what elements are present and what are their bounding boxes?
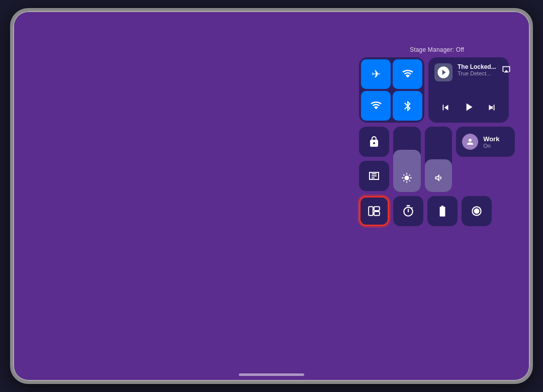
row-2: Work On bbox=[359, 127, 515, 192]
focus-tile[interactable]: Work On bbox=[456, 127, 515, 157]
tablet-frame: Stage Manager: Off ✈ bbox=[10, 8, 533, 384]
timer-button[interactable] bbox=[393, 196, 423, 226]
hotspot-icon bbox=[402, 68, 414, 80]
np-subtitle: True Detect... bbox=[458, 70, 496, 76]
now-playing-text: The Locked... True Detect... bbox=[458, 63, 496, 76]
bluetooth-icon bbox=[402, 100, 414, 112]
stage-manager-button[interactable] bbox=[359, 196, 389, 226]
podcast-artwork bbox=[434, 63, 452, 81]
row-1: ✈ bbox=[359, 57, 515, 123]
home-indicator bbox=[239, 373, 304, 376]
np-title: The Locked... bbox=[458, 63, 496, 70]
control-center: Stage Manager: Off ✈ bbox=[359, 46, 515, 226]
airplay-icon bbox=[501, 63, 511, 76]
forward-button[interactable] bbox=[486, 102, 497, 116]
side-button[interactable] bbox=[10, 186, 11, 206]
wifi-button[interactable] bbox=[361, 91, 391, 121]
focus-status: On bbox=[483, 143, 499, 149]
focus-name: Work bbox=[483, 135, 499, 143]
wifi-icon bbox=[370, 100, 382, 112]
focus-avatar bbox=[462, 134, 478, 150]
stage-manager-status: Stage Manager: Off bbox=[359, 46, 515, 53]
control-center-grid: ✈ bbox=[359, 57, 515, 226]
svg-rect-2 bbox=[374, 212, 380, 216]
battery-button[interactable] bbox=[427, 196, 458, 226]
airplane-icon: ✈ bbox=[372, 68, 381, 81]
connectivity-block[interactable]: ✈ bbox=[359, 57, 424, 123]
screen-mirror-button[interactable] bbox=[359, 161, 389, 191]
hotspot-button[interactable] bbox=[393, 59, 422, 89]
now-playing-controls bbox=[434, 101, 503, 117]
volume-icon bbox=[433, 172, 444, 186]
airplane-mode-button[interactable]: ✈ bbox=[361, 59, 391, 89]
brightness-slider[interactable] bbox=[393, 127, 421, 192]
svg-rect-0 bbox=[369, 207, 373, 215]
svg-point-4 bbox=[474, 209, 480, 214]
now-playing-tile[interactable]: The Locked... True Detect... bbox=[428, 57, 509, 123]
row-3 bbox=[359, 196, 515, 226]
bluetooth-button[interactable] bbox=[393, 91, 422, 121]
now-playing-top: The Locked... True Detect... bbox=[434, 63, 503, 81]
focus-text: Work On bbox=[483, 135, 499, 149]
volume-slider[interactable] bbox=[425, 127, 452, 192]
play-button[interactable] bbox=[462, 101, 475, 117]
screen-record-button[interactable] bbox=[462, 196, 492, 226]
svg-rect-1 bbox=[374, 207, 380, 211]
rewind-button[interactable] bbox=[440, 102, 451, 116]
screen-lock-button[interactable] bbox=[359, 127, 389, 157]
brightness-icon bbox=[401, 172, 412, 186]
